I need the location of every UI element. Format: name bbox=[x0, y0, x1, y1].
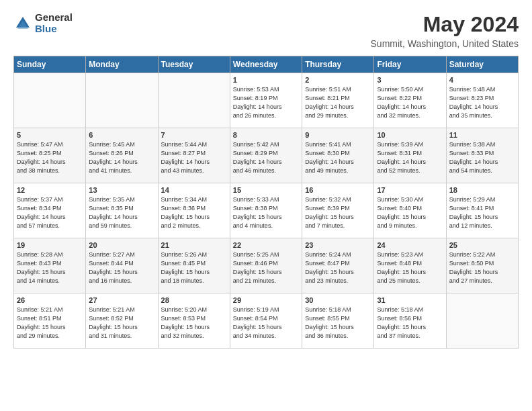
day-number: 16 bbox=[305, 186, 371, 194]
day-number: 1 bbox=[233, 76, 299, 84]
day-info: Sunrise: 5:37 AM Sunset: 8:34 PM Dayligh… bbox=[17, 195, 83, 230]
day-info: Sunrise: 5:28 AM Sunset: 8:43 PM Dayligh… bbox=[17, 250, 83, 285]
col-saturday: Saturday bbox=[446, 56, 518, 73]
day-info: Sunrise: 5:21 AM Sunset: 8:52 PM Dayligh… bbox=[89, 306, 154, 340]
day-number: 26 bbox=[17, 296, 83, 304]
day-info: Sunrise: 5:39 AM Sunset: 8:31 PM Dayligh… bbox=[377, 140, 443, 175]
day-number: 4 bbox=[449, 76, 515, 84]
calendar-cell: 27Sunrise: 5:21 AM Sunset: 8:52 PM Dayli… bbox=[86, 293, 158, 349]
logo-blue: Blue bbox=[35, 24, 73, 35]
day-info: Sunrise: 5:23 AM Sunset: 8:48 PM Dayligh… bbox=[377, 250, 443, 285]
calendar-week-3: 12Sunrise: 5:37 AM Sunset: 8:34 PM Dayli… bbox=[14, 183, 519, 238]
calendar-cell: 13Sunrise: 5:35 AM Sunset: 8:35 PM Dayli… bbox=[86, 183, 158, 238]
day-info: Sunrise: 5:45 AM Sunset: 8:26 PM Dayligh… bbox=[89, 140, 154, 175]
calendar-cell: 29Sunrise: 5:19 AM Sunset: 8:54 PM Dayli… bbox=[230, 293, 302, 349]
day-number: 25 bbox=[449, 241, 515, 249]
calendar-cell: 15Sunrise: 5:33 AM Sunset: 8:38 PM Dayli… bbox=[230, 183, 302, 238]
calendar-body: 1Sunrise: 5:53 AM Sunset: 8:19 PM Daylig… bbox=[14, 73, 519, 349]
calendar-cell: 6Sunrise: 5:45 AM Sunset: 8:26 PM Daylig… bbox=[86, 128, 158, 183]
day-info: Sunrise: 5:32 AM Sunset: 8:39 PM Dayligh… bbox=[305, 195, 371, 230]
day-number: 31 bbox=[377, 296, 443, 304]
day-info: Sunrise: 5:50 AM Sunset: 8:22 PM Dayligh… bbox=[377, 85, 443, 120]
calendar-cell: 25Sunrise: 5:22 AM Sunset: 8:50 PM Dayli… bbox=[446, 238, 518, 293]
header: General Blue May 2024 Summit, Washington… bbox=[13, 12, 519, 49]
logo: General Blue bbox=[13, 12, 73, 34]
day-info: Sunrise: 5:44 AM Sunset: 8:27 PM Dayligh… bbox=[161, 140, 227, 175]
day-info: Sunrise: 5:51 AM Sunset: 8:21 PM Dayligh… bbox=[305, 85, 371, 120]
day-info: Sunrise: 5:19 AM Sunset: 8:54 PM Dayligh… bbox=[233, 306, 299, 340]
day-number: 19 bbox=[17, 241, 83, 249]
calendar-cell: 22Sunrise: 5:25 AM Sunset: 8:46 PM Dayli… bbox=[230, 238, 302, 293]
calendar-cell: 3Sunrise: 5:50 AM Sunset: 8:22 PM Daylig… bbox=[374, 73, 446, 128]
day-info: Sunrise: 5:35 AM Sunset: 8:35 PM Dayligh… bbox=[89, 195, 154, 230]
main-title: May 2024 bbox=[371, 12, 519, 37]
day-number: 13 bbox=[89, 186, 154, 194]
day-info: Sunrise: 5:34 AM Sunset: 8:36 PM Dayligh… bbox=[161, 195, 227, 230]
day-number: 11 bbox=[449, 131, 515, 139]
calendar-cell: 4Sunrise: 5:48 AM Sunset: 8:23 PM Daylig… bbox=[446, 73, 518, 128]
day-number: 12 bbox=[17, 186, 83, 194]
day-info: Sunrise: 5:27 AM Sunset: 8:44 PM Dayligh… bbox=[89, 250, 154, 285]
calendar-cell: 30Sunrise: 5:18 AM Sunset: 8:55 PM Dayli… bbox=[302, 293, 374, 349]
day-number: 9 bbox=[305, 131, 371, 139]
calendar-week-4: 19Sunrise: 5:28 AM Sunset: 8:43 PM Dayli… bbox=[14, 238, 519, 293]
calendar: Sunday Monday Tuesday Wednesday Thursday… bbox=[13, 56, 519, 349]
calendar-cell: 11Sunrise: 5:38 AM Sunset: 8:33 PM Dayli… bbox=[446, 128, 518, 183]
calendar-cell: 14Sunrise: 5:34 AM Sunset: 8:36 PM Dayli… bbox=[158, 183, 230, 238]
title-block: May 2024 Summit, Washington, United Stat… bbox=[371, 12, 519, 49]
calendar-cell: 23Sunrise: 5:24 AM Sunset: 8:47 PM Dayli… bbox=[302, 238, 374, 293]
day-info: Sunrise: 5:20 AM Sunset: 8:53 PM Dayligh… bbox=[161, 306, 227, 340]
calendar-cell: 16Sunrise: 5:32 AM Sunset: 8:39 PM Dayli… bbox=[302, 183, 374, 238]
calendar-cell: 2Sunrise: 5:51 AM Sunset: 8:21 PM Daylig… bbox=[302, 73, 374, 128]
calendar-cell: 10Sunrise: 5:39 AM Sunset: 8:31 PM Dayli… bbox=[374, 128, 446, 183]
calendar-cell: 9Sunrise: 5:41 AM Sunset: 8:30 PM Daylig… bbox=[302, 128, 374, 183]
calendar-week-5: 26Sunrise: 5:21 AM Sunset: 8:51 PM Dayli… bbox=[14, 293, 519, 349]
day-info: Sunrise: 5:21 AM Sunset: 8:51 PM Dayligh… bbox=[17, 306, 83, 340]
calendar-cell: 24Sunrise: 5:23 AM Sunset: 8:48 PM Dayli… bbox=[374, 238, 446, 293]
calendar-cell: 7Sunrise: 5:44 AM Sunset: 8:27 PM Daylig… bbox=[158, 128, 230, 183]
day-number: 15 bbox=[233, 186, 299, 194]
day-number: 23 bbox=[305, 241, 371, 249]
col-monday: Monday bbox=[86, 56, 158, 73]
day-info: Sunrise: 5:29 AM Sunset: 8:41 PM Dayligh… bbox=[449, 195, 515, 230]
logo-text: General Blue bbox=[35, 12, 73, 34]
day-info: Sunrise: 5:18 AM Sunset: 8:55 PM Dayligh… bbox=[305, 306, 371, 340]
calendar-week-2: 5Sunrise: 5:47 AM Sunset: 8:25 PM Daylig… bbox=[14, 128, 519, 183]
day-number: 27 bbox=[89, 296, 154, 304]
day-number: 18 bbox=[449, 186, 515, 194]
calendar-cell: 26Sunrise: 5:21 AM Sunset: 8:51 PM Dayli… bbox=[14, 293, 86, 349]
day-number: 22 bbox=[233, 241, 299, 249]
calendar-cell: 21Sunrise: 5:26 AM Sunset: 8:45 PM Dayli… bbox=[158, 238, 230, 293]
day-number: 28 bbox=[161, 296, 227, 304]
col-tuesday: Tuesday bbox=[158, 56, 230, 73]
calendar-cell: 17Sunrise: 5:30 AM Sunset: 8:40 PM Dayli… bbox=[374, 183, 446, 238]
day-info: Sunrise: 5:30 AM Sunset: 8:40 PM Dayligh… bbox=[377, 195, 443, 230]
col-wednesday: Wednesday bbox=[230, 56, 302, 73]
weekday-row: Sunday Monday Tuesday Wednesday Thursday… bbox=[14, 56, 519, 73]
calendar-cell: 8Sunrise: 5:42 AM Sunset: 8:29 PM Daylig… bbox=[230, 128, 302, 183]
calendar-cell: 18Sunrise: 5:29 AM Sunset: 8:41 PM Dayli… bbox=[446, 183, 518, 238]
calendar-cell: 31Sunrise: 5:18 AM Sunset: 8:56 PM Dayli… bbox=[374, 293, 446, 349]
day-number: 30 bbox=[305, 296, 371, 304]
day-info: Sunrise: 5:24 AM Sunset: 8:47 PM Dayligh… bbox=[305, 250, 371, 285]
calendar-cell: 12Sunrise: 5:37 AM Sunset: 8:34 PM Dayli… bbox=[14, 183, 86, 238]
day-number: 7 bbox=[161, 131, 227, 139]
calendar-cell: 20Sunrise: 5:27 AM Sunset: 8:44 PM Dayli… bbox=[86, 238, 158, 293]
day-info: Sunrise: 5:22 AM Sunset: 8:50 PM Dayligh… bbox=[449, 250, 515, 285]
day-info: Sunrise: 5:53 AM Sunset: 8:19 PM Dayligh… bbox=[233, 85, 299, 120]
day-number: 2 bbox=[305, 76, 371, 84]
calendar-cell: 19Sunrise: 5:28 AM Sunset: 8:43 PM Dayli… bbox=[14, 238, 86, 293]
day-number: 3 bbox=[377, 76, 443, 84]
col-thursday: Thursday bbox=[302, 56, 374, 73]
day-number: 14 bbox=[161, 186, 227, 194]
col-friday: Friday bbox=[374, 56, 446, 73]
day-info: Sunrise: 5:42 AM Sunset: 8:29 PM Dayligh… bbox=[233, 140, 299, 175]
calendar-cell bbox=[14, 73, 86, 128]
day-number: 8 bbox=[233, 131, 299, 139]
day-info: Sunrise: 5:25 AM Sunset: 8:46 PM Dayligh… bbox=[233, 250, 299, 285]
subtitle: Summit, Washington, United States bbox=[371, 38, 519, 49]
day-info: Sunrise: 5:47 AM Sunset: 8:25 PM Dayligh… bbox=[17, 140, 83, 175]
day-info: Sunrise: 5:38 AM Sunset: 8:33 PM Dayligh… bbox=[449, 140, 515, 175]
day-number: 24 bbox=[377, 241, 443, 249]
day-number: 29 bbox=[233, 296, 299, 304]
